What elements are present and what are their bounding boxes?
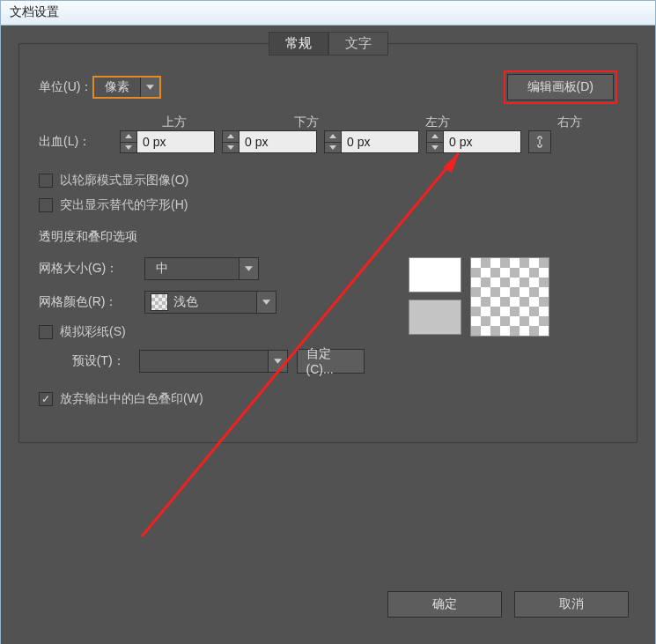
- edit-artboard-highlight: 编辑画板(D): [504, 70, 617, 104]
- discard-white-label: 放弃输出中的白色叠印(W): [60, 391, 203, 407]
- bleed-right-header: 右方: [522, 115, 617, 130]
- bleed-top-input[interactable]: [120, 130, 215, 153]
- outline-mode-label: 以轮廓模式显示图像(O): [60, 173, 188, 189]
- client-area: 常规 文字 单位(U)： 像素 编辑画板(D) 上方 下方 左方 右方: [1, 26, 655, 644]
- color-swatch-white[interactable]: [409, 257, 461, 292]
- unit-label: 单位(U)：: [39, 79, 92, 95]
- bleed-headers: 上方 下方 左方 右方: [127, 115, 617, 130]
- custom-button[interactable]: 自定(C)...: [297, 349, 365, 374]
- unit-value: 像素: [94, 79, 140, 95]
- color-preview: [409, 257, 549, 337]
- chevron-down-icon: [256, 292, 276, 313]
- bleed-right-field[interactable]: [444, 130, 521, 153]
- chevron-down-icon: [268, 351, 287, 372]
- discard-white-checkbox[interactable]: 放弃输出中的白色叠印(W): [39, 391, 617, 407]
- bleed-top-header: 上方: [127, 115, 222, 130]
- grid-color-row: 网格颜色(R)： 浅色: [39, 291, 365, 314]
- stepper-icon[interactable]: [222, 130, 240, 153]
- tab-text[interactable]: 文字: [328, 32, 388, 56]
- preset-row: 预设(T)： 自定(C)...: [39, 349, 365, 374]
- bleed-label: 出血(L)：: [39, 134, 113, 150]
- bleed-bottom-input[interactable]: [222, 130, 317, 153]
- bleed-bottom-header: 下方: [259, 115, 354, 130]
- color-swatch-gray[interactable]: [409, 300, 461, 335]
- edit-artboard-button[interactable]: 编辑画板(D): [507, 74, 614, 100]
- grid-color-swatch-icon: [151, 293, 168, 311]
- simulate-paper-label: 模拟彩纸(S): [60, 324, 126, 340]
- grid-color-value: 浅色: [173, 294, 209, 310]
- checkbox-icon: [39, 392, 53, 406]
- stepper-icon[interactable]: [120, 130, 137, 153]
- checkbox-icon: [39, 325, 53, 339]
- stepper-icon[interactable]: [426, 130, 444, 153]
- bleed-right-input[interactable]: [426, 130, 521, 153]
- grid-color-label: 网格颜色(R)：: [39, 294, 136, 310]
- tab-general[interactable]: 常规: [269, 32, 328, 56]
- bleed-top-field[interactable]: [137, 130, 215, 153]
- bleed-bottom-field[interactable]: [240, 130, 317, 153]
- grid-size-value: 中: [145, 261, 179, 277]
- outline-mode-checkbox[interactable]: 以轮廓模式显示图像(O): [39, 173, 617, 189]
- window-title: 文档设置: [10, 4, 59, 19]
- settings-panel: 常规 文字 单位(U)： 像素 编辑画板(D) 上方 下方 左方 右方: [18, 43, 638, 443]
- unit-row: 单位(U)： 像素 编辑画板(D): [39, 70, 617, 104]
- unit-select[interactable]: 像素: [92, 76, 161, 99]
- bleed-row: 出血(L)：: [39, 130, 617, 153]
- dialog-buttons: 确定 取消: [387, 591, 629, 618]
- checkbox-icon: [39, 198, 53, 212]
- titlebar: 文档设置: [1, 1, 655, 26]
- stepper-icon[interactable]: [324, 130, 342, 153]
- bleed-left-input[interactable]: [324, 130, 419, 153]
- bleed-left-field[interactable]: [342, 130, 419, 153]
- dialog-window: 文档设置 常规 文字 单位(U)： 像素 编辑画板(D) 上方 下方: [0, 0, 656, 644]
- chevron-down-icon: [239, 258, 258, 279]
- bleed-left-header: 左方: [391, 115, 486, 130]
- transparency-grid-preview: [470, 257, 549, 337]
- ok-button[interactable]: 确定: [387, 591, 502, 618]
- grid-color-select[interactable]: 浅色: [144, 291, 276, 314]
- highlight-glyphs-checkbox[interactable]: 突出显示替代的字形(H): [39, 197, 617, 213]
- grid-size-select[interactable]: 中: [144, 257, 259, 280]
- checkbox-icon: [39, 174, 53, 188]
- grid-size-label: 网格大小(G)：: [39, 261, 136, 277]
- chevron-down-icon: [140, 78, 159, 97]
- simulate-paper-checkbox[interactable]: 模拟彩纸(S): [39, 324, 365, 340]
- transparency-section-title: 透明度和叠印选项: [39, 229, 617, 245]
- grid-size-row: 网格大小(G)： 中: [39, 257, 365, 280]
- tab-strip: 常规 文字: [269, 32, 388, 56]
- preset-select[interactable]: [139, 350, 288, 373]
- link-icon[interactable]: [528, 130, 551, 153]
- cancel-button[interactable]: 取消: [514, 591, 629, 618]
- preset-label: 预设(T)：: [39, 353, 130, 369]
- highlight-glyphs-label: 突出显示替代的字形(H): [60, 197, 188, 213]
